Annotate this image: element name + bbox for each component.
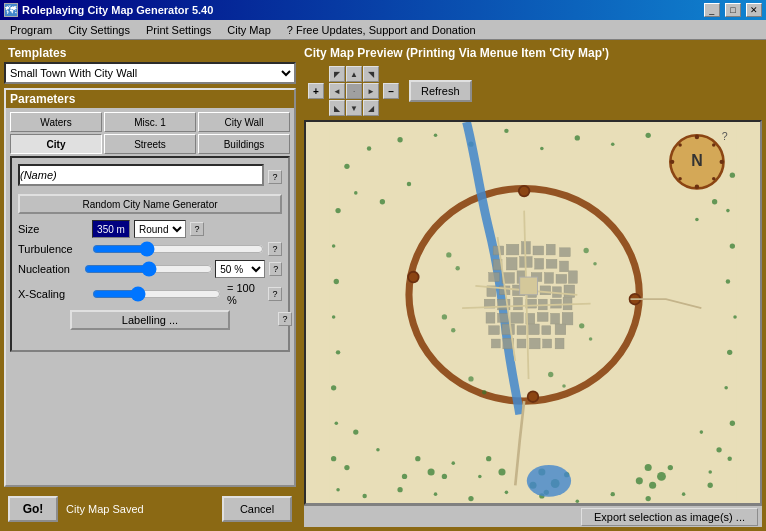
turbulence-help-button[interactable]: ? bbox=[268, 242, 282, 256]
close-button[interactable]: ✕ bbox=[746, 3, 762, 17]
refresh-button[interactable]: Refresh bbox=[409, 80, 472, 102]
nav-center[interactable]: · bbox=[346, 83, 362, 99]
nav-down-right[interactable]: ◢ bbox=[363, 100, 379, 116]
template-select[interactable]: Small Town With City Wall bbox=[4, 62, 296, 84]
svg-rect-128 bbox=[555, 338, 564, 349]
labelling-button[interactable]: Labelling ... bbox=[70, 310, 230, 330]
maximize-button[interactable]: □ bbox=[725, 3, 741, 17]
svg-point-137 bbox=[678, 177, 682, 181]
zoom-out-button[interactable]: – bbox=[383, 83, 399, 99]
svg-point-18 bbox=[727, 350, 732, 355]
svg-rect-81 bbox=[546, 244, 555, 255]
nav-down-left[interactable]: ◣ bbox=[329, 100, 345, 116]
name-help-button[interactable]: ? bbox=[268, 170, 282, 184]
tab-row-1: Waters Misc. 1 City Wall bbox=[10, 112, 290, 132]
svg-text:N: N bbox=[691, 152, 703, 169]
svg-point-151 bbox=[548, 372, 553, 377]
nucleation-slider[interactable] bbox=[84, 262, 213, 276]
svg-point-152 bbox=[562, 384, 566, 388]
svg-point-68 bbox=[442, 474, 447, 479]
nav-right[interactable]: ► bbox=[363, 83, 379, 99]
svg-point-58 bbox=[649, 482, 656, 489]
svg-point-135 bbox=[678, 143, 682, 147]
svg-rect-88 bbox=[560, 261, 569, 272]
nav-down[interactable]: ▼ bbox=[346, 100, 362, 116]
bottom-bar: Go! City Map Saved Cancel bbox=[4, 491, 296, 527]
svg-point-66 bbox=[402, 474, 407, 479]
size-row: Size Round ? bbox=[18, 220, 282, 238]
svg-rect-118 bbox=[502, 324, 514, 335]
tab-waters[interactable]: Waters bbox=[10, 112, 102, 132]
app-icon: 🗺 bbox=[4, 3, 18, 17]
map-controls: + ◤ ▲ ◥ ◄ · ► ◣ ▼ ◢ – Refresh bbox=[304, 66, 762, 116]
turbulence-label: Turbulence bbox=[18, 243, 88, 255]
xscaling-value: = 100 % bbox=[227, 282, 264, 306]
menu-program[interactable]: Program bbox=[2, 22, 60, 38]
svg-point-42 bbox=[354, 191, 358, 195]
size-input[interactable] bbox=[92, 220, 130, 238]
menu-bar: Program City Settings Print Settings Cit… bbox=[0, 20, 766, 40]
svg-point-146 bbox=[451, 328, 455, 332]
tab-streets[interactable]: Streets bbox=[104, 134, 196, 154]
svg-rect-89 bbox=[489, 273, 500, 282]
svg-point-64 bbox=[415, 456, 420, 461]
size-shape-select[interactable]: Round bbox=[134, 220, 186, 238]
nav-up-left[interactable]: ◤ bbox=[329, 66, 345, 82]
svg-rect-116 bbox=[562, 313, 573, 325]
menu-free-updates[interactable]: ? Free Updates, Support and Donation bbox=[279, 22, 484, 38]
parameters-header: Parameters bbox=[6, 90, 294, 108]
svg-point-22 bbox=[708, 483, 713, 488]
menu-city-map[interactable]: City Map bbox=[219, 22, 278, 38]
minimize-button[interactable]: _ bbox=[704, 3, 720, 17]
zoom-controls: + bbox=[308, 83, 325, 99]
xscaling-label: X-Scaling bbox=[18, 288, 88, 300]
svg-point-134 bbox=[720, 160, 724, 164]
turbulence-slider-area bbox=[92, 242, 264, 256]
nav-left[interactable]: ◄ bbox=[329, 83, 345, 99]
tab-buildings[interactable]: Buildings bbox=[198, 134, 290, 154]
nucleation-value-select[interactable]: 50 % bbox=[215, 260, 265, 278]
export-bar: Export selection as image(s) ... bbox=[304, 505, 762, 527]
menu-city-settings[interactable]: City Settings bbox=[60, 22, 138, 38]
cancel-button[interactable]: Cancel bbox=[222, 496, 292, 522]
svg-point-30 bbox=[434, 492, 438, 496]
svg-rect-122 bbox=[555, 324, 566, 335]
tab-content: ? Random City Name Generator Size Round … bbox=[10, 156, 290, 352]
svg-rect-87 bbox=[546, 259, 557, 268]
svg-rect-100 bbox=[540, 286, 551, 295]
svg-point-53 bbox=[708, 470, 712, 474]
export-button[interactable]: Export selection as image(s) ... bbox=[581, 508, 758, 526]
nucleation-help-button[interactable]: ? bbox=[269, 262, 282, 276]
templates-header: Templates bbox=[4, 44, 296, 62]
random-name-button[interactable]: Random City Name Generator bbox=[18, 194, 282, 214]
nucleation-label: Nucleation bbox=[18, 263, 80, 275]
svg-rect-125 bbox=[517, 339, 526, 348]
svg-point-71 bbox=[478, 475, 482, 479]
map-canvas: N ? bbox=[304, 120, 762, 505]
svg-point-28 bbox=[505, 491, 509, 495]
svg-point-67 bbox=[451, 461, 455, 465]
turbulence-slider[interactable] bbox=[92, 242, 264, 256]
svg-rect-123 bbox=[491, 339, 500, 348]
svg-point-133 bbox=[670, 160, 674, 164]
size-help-button[interactable]: ? bbox=[190, 222, 204, 236]
svg-rect-108 bbox=[551, 299, 562, 308]
xscaling-slider[interactable] bbox=[92, 287, 221, 301]
tab-city[interactable]: City bbox=[10, 134, 102, 154]
svg-point-23 bbox=[682, 492, 686, 496]
nav-up-right[interactable]: ◥ bbox=[363, 66, 379, 82]
tab-misc1[interactable]: Misc. 1 bbox=[104, 112, 196, 132]
tab-city-wall[interactable]: City Wall bbox=[198, 112, 290, 132]
go-button[interactable]: Go! bbox=[8, 496, 58, 522]
zoom-in-button[interactable]: + bbox=[308, 83, 324, 99]
main-layout: Templates Small Town With City Wall Para… bbox=[0, 40, 766, 531]
svg-point-37 bbox=[336, 350, 340, 354]
nav-up[interactable]: ▲ bbox=[346, 66, 362, 82]
svg-rect-110 bbox=[486, 313, 495, 324]
xscaling-help-button[interactable]: ? bbox=[268, 287, 282, 301]
labelling-help-button[interactable]: ? bbox=[278, 312, 292, 326]
city-name-input[interactable] bbox=[18, 164, 264, 186]
menu-print-settings[interactable]: Print Settings bbox=[138, 22, 219, 38]
svg-point-150 bbox=[482, 390, 486, 394]
svg-point-6 bbox=[504, 129, 508, 133]
